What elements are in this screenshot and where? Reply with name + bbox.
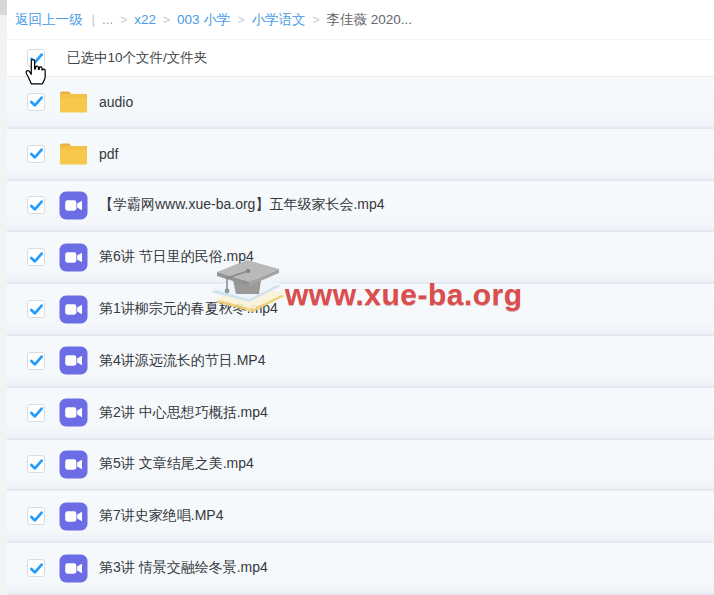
file-name: 第7讲史家绝唱.MP4 (99, 507, 223, 525)
chevron-right-icon: > (163, 13, 170, 27)
breadcrumb-pipe: | (92, 12, 96, 27)
row-checkbox[interactable] (27, 352, 45, 370)
breadcrumb-item-chinese[interactable]: 小学语文 (251, 11, 305, 29)
back-link[interactable]: 返回上一级 (15, 11, 83, 29)
file-list: audio pdf (0, 77, 714, 595)
row-checkbox[interactable] (27, 196, 45, 214)
breadcrumb-item-003[interactable]: 003 小学 (177, 11, 230, 29)
file-row[interactable]: 第3讲 情景交融绘冬景.mp4 (0, 543, 714, 595)
chevron-right-icon: > (237, 13, 244, 27)
row-checkbox[interactable] (27, 507, 45, 525)
breadcrumb-item-x22[interactable]: x22 (134, 12, 156, 27)
file-name: 【学霸网www.xue-ba.org】五年级家长会.mp4 (99, 196, 385, 214)
check-icon (29, 146, 44, 161)
video-file-icon (58, 243, 88, 272)
check-icon (29, 561, 44, 576)
breadcrumb-current: 李佳薇 2020... (326, 11, 412, 29)
breadcrumb-collapsed[interactable]: ... (102, 12, 113, 27)
scrollbar-thumb[interactable] (0, 0, 7, 15)
file-row[interactable]: 第4讲源远流长的节日.MP4 (0, 336, 714, 388)
check-icon (29, 198, 44, 213)
check-icon (29, 353, 44, 368)
video-file-icon (58, 554, 88, 583)
file-row[interactable]: 【学霸网www.xue-ba.org】五年级家长会.mp4 (0, 181, 714, 233)
row-checkbox[interactable] (27, 404, 45, 422)
video-file-icon (58, 191, 88, 220)
window-edge-strip (0, 0, 7, 595)
check-icon (29, 509, 44, 524)
chevron-right-icon: > (312, 13, 319, 27)
file-row[interactable]: 第5讲 文章结尾之美.mp4 (0, 440, 714, 492)
check-icon (29, 457, 44, 472)
video-file-icon (58, 502, 88, 531)
row-checkbox[interactable] (27, 145, 45, 163)
folder-icon (58, 89, 88, 114)
file-name: audio (99, 94, 133, 110)
check-icon (29, 51, 44, 66)
video-file-icon (58, 398, 88, 427)
file-row[interactable]: 第1讲柳宗元的春夏秋冬.mp4 (0, 284, 714, 336)
file-row[interactable]: 第2讲 中心思想巧概括.mp4 (0, 388, 714, 440)
file-name: 第6讲 节日里的民俗.mp4 (99, 248, 254, 266)
folder-icon (58, 141, 88, 166)
file-name: pdf (99, 146, 118, 162)
video-file-icon (58, 295, 88, 324)
row-checkbox[interactable] (27, 300, 45, 318)
file-row[interactable]: audio (0, 77, 714, 129)
breadcrumb: 返回上一级 | ... > x22 > 003 小学 > 小学语文 > 李佳薇 … (0, 0, 714, 40)
check-icon (29, 94, 44, 109)
row-checkbox[interactable] (27, 93, 45, 111)
select-all-checkbox[interactable] (27, 49, 45, 67)
file-row[interactable]: 第6讲 节日里的民俗.mp4 (0, 232, 714, 284)
row-checkbox[interactable] (27, 248, 45, 266)
file-name: 第5讲 文章结尾之美.mp4 (99, 455, 254, 473)
video-file-icon (58, 346, 88, 375)
file-row[interactable]: pdf (0, 129, 714, 181)
file-name: 第2讲 中心思想巧概括.mp4 (99, 404, 268, 422)
check-icon (29, 250, 44, 265)
check-icon (29, 302, 44, 317)
selection-count-label: 已选中10个文件/文件夹 (67, 49, 207, 67)
check-icon (29, 405, 44, 420)
video-file-icon (58, 450, 88, 479)
file-name: 第3讲 情景交融绘冬景.mp4 (99, 559, 268, 577)
chevron-right-icon: > (120, 13, 127, 27)
file-name: 第1讲柳宗元的春夏秋冬.mp4 (99, 300, 278, 318)
selection-bar: 已选中10个文件/文件夹 (0, 40, 714, 77)
file-name: 第4讲源远流长的节日.MP4 (99, 352, 265, 370)
row-checkbox[interactable] (27, 455, 45, 473)
file-row[interactable]: 第7讲史家绝唱.MP4 (0, 491, 714, 543)
row-checkbox[interactable] (27, 559, 45, 577)
